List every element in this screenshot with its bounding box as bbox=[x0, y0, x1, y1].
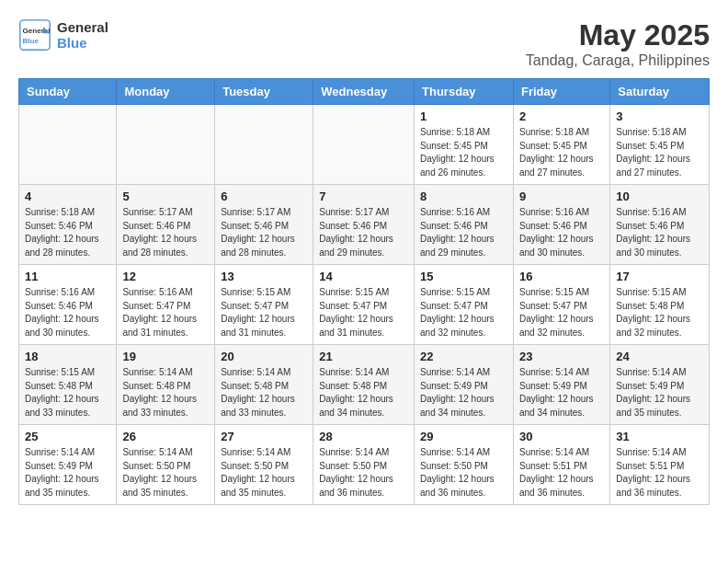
calendar-title-block: May 2025 Tandag, Caraga, Philippines bbox=[526, 18, 710, 69]
day-cell: 7Sunrise: 5:17 AMSunset: 5:46 PMDaylight… bbox=[313, 185, 415, 265]
calendar-week-row: 4Sunrise: 5:18 AMSunset: 5:46 PMDaylight… bbox=[19, 185, 710, 265]
day-number: 14 bbox=[319, 270, 408, 283]
day-info: Sunrise: 5:14 AMSunset: 5:50 PMDaylight:… bbox=[319, 446, 408, 500]
day-number: 13 bbox=[221, 270, 307, 283]
day-info: Sunrise: 5:14 AMSunset: 5:51 PMDaylight:… bbox=[519, 446, 604, 500]
day-cell: 23Sunrise: 5:14 AMSunset: 5:49 PMDayligh… bbox=[513, 345, 609, 425]
day-info: Sunrise: 5:18 AMSunset: 5:46 PMDaylight:… bbox=[25, 206, 110, 259]
day-number: 23 bbox=[519, 350, 604, 363]
day-cell: 12Sunrise: 5:16 AMSunset: 5:47 PMDayligh… bbox=[117, 265, 215, 345]
weekday-header-sunday: Sunday bbox=[19, 79, 117, 105]
day-cell: 8Sunrise: 5:16 AMSunset: 5:46 PMDaylight… bbox=[415, 185, 514, 265]
weekday-header-saturday: Saturday bbox=[610, 79, 710, 105]
day-info: Sunrise: 5:14 AMSunset: 5:50 PMDaylight:… bbox=[221, 446, 307, 500]
empty-day-cell bbox=[117, 105, 215, 185]
logo: General Blue GeneralBlue bbox=[18, 18, 108, 52]
month-title: May 2025 bbox=[526, 18, 710, 52]
weekday-header-monday: Monday bbox=[117, 79, 215, 105]
day-cell: 26Sunrise: 5:14 AMSunset: 5:50 PMDayligh… bbox=[117, 425, 215, 505]
day-info: Sunrise: 5:16 AMSunset: 5:46 PMDaylight:… bbox=[519, 206, 604, 259]
day-info: Sunrise: 5:18 AMSunset: 5:45 PMDaylight:… bbox=[420, 126, 507, 179]
day-cell: 4Sunrise: 5:18 AMSunset: 5:46 PMDaylight… bbox=[19, 185, 117, 265]
weekday-header-tuesday: Tuesday bbox=[215, 79, 313, 105]
day-info: Sunrise: 5:15 AMSunset: 5:47 PMDaylight:… bbox=[420, 286, 507, 339]
day-number: 5 bbox=[122, 190, 209, 203]
calendar-week-row: 1Sunrise: 5:18 AMSunset: 5:45 PMDaylight… bbox=[19, 105, 710, 185]
day-cell: 20Sunrise: 5:14 AMSunset: 5:48 PMDayligh… bbox=[215, 345, 313, 425]
calendar-week-row: 18Sunrise: 5:15 AMSunset: 5:48 PMDayligh… bbox=[19, 345, 710, 425]
day-number: 9 bbox=[519, 190, 604, 203]
day-cell: 1Sunrise: 5:18 AMSunset: 5:45 PMDaylight… bbox=[415, 105, 514, 185]
logo-icon: General Blue bbox=[18, 18, 51, 52]
day-info: Sunrise: 5:17 AMSunset: 5:46 PMDaylight:… bbox=[221, 206, 307, 259]
day-number: 16 bbox=[519, 270, 604, 283]
day-number: 18 bbox=[25, 350, 110, 363]
day-info: Sunrise: 5:18 AMSunset: 5:45 PMDaylight:… bbox=[519, 126, 604, 179]
day-info: Sunrise: 5:15 AMSunset: 5:48 PMDaylight:… bbox=[616, 286, 703, 339]
logo-name: GeneralBlue bbox=[57, 19, 108, 51]
weekday-header-row: SundayMondayTuesdayWednesdayThursdayFrid… bbox=[19, 79, 710, 105]
day-cell: 3Sunrise: 5:18 AMSunset: 5:45 PMDaylight… bbox=[610, 105, 710, 185]
day-info: Sunrise: 5:14 AMSunset: 5:48 PMDaylight:… bbox=[122, 366, 209, 419]
day-info: Sunrise: 5:14 AMSunset: 5:49 PMDaylight:… bbox=[616, 366, 703, 419]
day-number: 10 bbox=[616, 190, 703, 203]
empty-day-cell bbox=[313, 105, 415, 185]
day-number: 8 bbox=[420, 190, 507, 203]
weekday-header-wednesday: Wednesday bbox=[313, 79, 415, 105]
day-info: Sunrise: 5:14 AMSunset: 5:50 PMDaylight:… bbox=[122, 446, 209, 500]
day-info: Sunrise: 5:15 AMSunset: 5:47 PMDaylight:… bbox=[519, 286, 604, 339]
day-cell: 25Sunrise: 5:14 AMSunset: 5:49 PMDayligh… bbox=[19, 425, 117, 505]
day-cell: 18Sunrise: 5:15 AMSunset: 5:48 PMDayligh… bbox=[19, 345, 117, 425]
day-number: 19 bbox=[122, 350, 209, 363]
day-cell: 24Sunrise: 5:14 AMSunset: 5:49 PMDayligh… bbox=[610, 345, 710, 425]
day-number: 22 bbox=[420, 350, 507, 363]
day-info: Sunrise: 5:18 AMSunset: 5:45 PMDaylight:… bbox=[616, 126, 703, 179]
day-cell: 31Sunrise: 5:14 AMSunset: 5:51 PMDayligh… bbox=[610, 425, 710, 505]
day-cell: 30Sunrise: 5:14 AMSunset: 5:51 PMDayligh… bbox=[513, 425, 609, 505]
day-info: Sunrise: 5:16 AMSunset: 5:46 PMDaylight:… bbox=[25, 286, 110, 339]
day-number: 6 bbox=[221, 190, 307, 203]
calendar-week-row: 25Sunrise: 5:14 AMSunset: 5:49 PMDayligh… bbox=[19, 425, 710, 505]
day-cell: 27Sunrise: 5:14 AMSunset: 5:50 PMDayligh… bbox=[215, 425, 313, 505]
day-cell: 2Sunrise: 5:18 AMSunset: 5:45 PMDaylight… bbox=[513, 105, 609, 185]
day-cell: 11Sunrise: 5:16 AMSunset: 5:46 PMDayligh… bbox=[19, 265, 117, 345]
empty-day-cell bbox=[215, 105, 313, 185]
weekday-header-thursday: Thursday bbox=[415, 79, 514, 105]
day-info: Sunrise: 5:14 AMSunset: 5:49 PMDaylight:… bbox=[420, 366, 507, 419]
day-number: 11 bbox=[25, 270, 110, 283]
svg-text:Blue: Blue bbox=[23, 37, 40, 45]
day-info: Sunrise: 5:15 AMSunset: 5:48 PMDaylight:… bbox=[25, 366, 110, 419]
day-cell: 16Sunrise: 5:15 AMSunset: 5:47 PMDayligh… bbox=[513, 265, 609, 345]
page-header: General Blue GeneralBlue May 2025 Tandag… bbox=[18, 18, 710, 69]
day-cell: 5Sunrise: 5:17 AMSunset: 5:46 PMDaylight… bbox=[117, 185, 215, 265]
day-info: Sunrise: 5:14 AMSunset: 5:48 PMDaylight:… bbox=[221, 366, 307, 419]
day-number: 20 bbox=[221, 350, 307, 363]
day-info: Sunrise: 5:16 AMSunset: 5:46 PMDaylight:… bbox=[420, 206, 507, 259]
day-cell: 29Sunrise: 5:14 AMSunset: 5:50 PMDayligh… bbox=[415, 425, 514, 505]
day-cell: 13Sunrise: 5:15 AMSunset: 5:47 PMDayligh… bbox=[215, 265, 313, 345]
calendar-week-row: 11Sunrise: 5:16 AMSunset: 5:46 PMDayligh… bbox=[19, 265, 710, 345]
day-info: Sunrise: 5:14 AMSunset: 5:49 PMDaylight:… bbox=[519, 366, 604, 419]
day-number: 2 bbox=[519, 109, 604, 123]
day-number: 24 bbox=[616, 350, 703, 363]
day-number: 7 bbox=[319, 190, 408, 203]
day-number: 29 bbox=[420, 430, 507, 443]
empty-day-cell bbox=[19, 105, 117, 185]
day-info: Sunrise: 5:17 AMSunset: 5:46 PMDaylight:… bbox=[122, 206, 209, 259]
day-cell: 14Sunrise: 5:15 AMSunset: 5:47 PMDayligh… bbox=[313, 265, 415, 345]
calendar-table: SundayMondayTuesdayWednesdayThursdayFrid… bbox=[18, 78, 710, 505]
day-number: 12 bbox=[122, 270, 209, 283]
day-number: 26 bbox=[122, 430, 209, 443]
day-number: 31 bbox=[616, 430, 703, 443]
day-number: 3 bbox=[616, 109, 703, 123]
day-info: Sunrise: 5:15 AMSunset: 5:47 PMDaylight:… bbox=[319, 286, 408, 339]
day-info: Sunrise: 5:16 AMSunset: 5:47 PMDaylight:… bbox=[122, 286, 209, 339]
day-number: 17 bbox=[616, 270, 703, 283]
day-info: Sunrise: 5:14 AMSunset: 5:50 PMDaylight:… bbox=[420, 446, 507, 500]
day-number: 27 bbox=[221, 430, 307, 443]
day-info: Sunrise: 5:14 AMSunset: 5:49 PMDaylight:… bbox=[25, 446, 110, 500]
day-info: Sunrise: 5:15 AMSunset: 5:47 PMDaylight:… bbox=[221, 286, 307, 339]
day-cell: 21Sunrise: 5:14 AMSunset: 5:48 PMDayligh… bbox=[313, 345, 415, 425]
day-cell: 19Sunrise: 5:14 AMSunset: 5:48 PMDayligh… bbox=[117, 345, 215, 425]
day-cell: 10Sunrise: 5:16 AMSunset: 5:46 PMDayligh… bbox=[610, 185, 710, 265]
